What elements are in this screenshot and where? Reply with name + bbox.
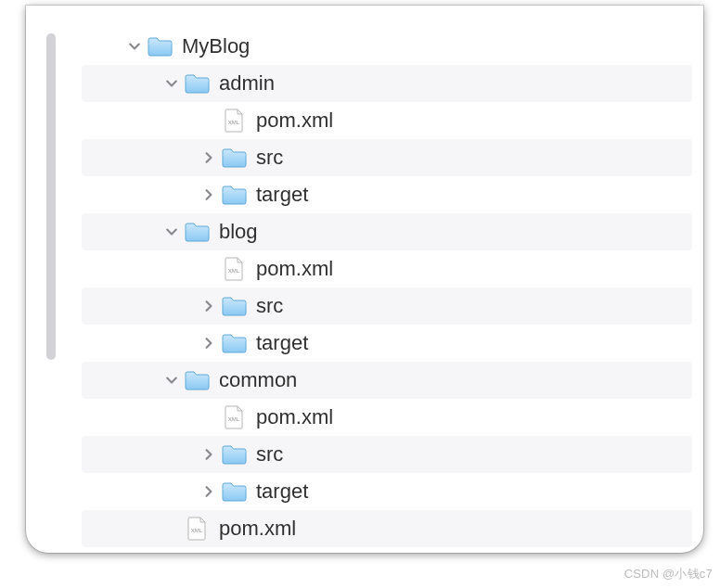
tree-row[interactable]: blog <box>82 213 692 250</box>
tree-item-label: pom.xml <box>256 405 333 429</box>
tree-item-label: src <box>256 442 283 467</box>
tree-row[interactable]: target <box>82 473 692 510</box>
chevron-down-icon[interactable] <box>163 224 180 240</box>
file-tree-panel: MyBlogadminXMLpom.xmlsrctargetblogXMLpom… <box>26 6 703 553</box>
scrollbar[interactable] <box>46 33 56 360</box>
file-tree: MyBlogadminXMLpom.xmlsrctargetblogXMLpom… <box>82 28 692 547</box>
svg-text:XML: XML <box>228 268 240 274</box>
tree-item-label: common <box>219 368 297 392</box>
tree-item-label: src <box>256 146 283 170</box>
chevron-right-icon[interactable] <box>200 335 217 352</box>
chevron-down-icon[interactable] <box>163 372 180 389</box>
tree-item-label: pom.xml <box>256 257 333 281</box>
tree-item-label: src <box>256 294 283 318</box>
tree-item-label: target <box>256 183 308 207</box>
tree-row[interactable]: admin <box>82 65 692 102</box>
tree-row[interactable]: src <box>82 436 692 473</box>
chevron-right-icon[interactable] <box>200 149 217 166</box>
tree-item-label: target <box>256 479 308 504</box>
folder-icon <box>221 182 247 208</box>
svg-text:XML: XML <box>228 120 240 125</box>
folder-icon <box>147 33 173 59</box>
xml-file-icon: XML <box>221 256 247 282</box>
xml-file-icon: XML <box>184 516 210 542</box>
xml-file-icon: XML <box>221 108 247 134</box>
tree-row[interactable]: target <box>82 176 692 213</box>
folder-icon <box>221 145 247 171</box>
folder-icon <box>184 70 210 96</box>
tree-row[interactable]: XMLpom.xml <box>82 510 692 547</box>
tree-item-label: admin <box>219 71 275 96</box>
tree-row[interactable]: MyBlog <box>82 28 692 65</box>
svg-text:XML: XML <box>228 416 240 422</box>
chevron-down-icon[interactable] <box>126 38 143 55</box>
tree-row[interactable]: XMLpom.xml <box>82 250 692 288</box>
chevron-right-icon[interactable] <box>200 483 217 500</box>
chevron-right-icon[interactable] <box>200 186 217 203</box>
folder-icon <box>221 293 247 319</box>
tree-item-label: pom.xml <box>219 517 296 541</box>
watermark: CSDN @小钱c7 <box>624 566 713 582</box>
tree-row[interactable]: common <box>82 362 692 399</box>
folder-icon <box>184 367 210 393</box>
folder-icon <box>221 479 247 505</box>
tree-row[interactable]: src <box>82 288 692 325</box>
tree-item-label: MyBlog <box>182 34 250 58</box>
folder-icon <box>221 441 247 467</box>
tree-item-label: target <box>256 331 308 355</box>
chevron-right-icon[interactable] <box>200 446 217 463</box>
folder-icon <box>221 330 247 356</box>
tree-row[interactable]: XMLpom.xml <box>82 399 692 436</box>
svg-text:XML: XML <box>191 528 203 533</box>
tree-item-label: pom.xml <box>256 109 333 133</box>
tree-row[interactable]: src <box>82 139 692 176</box>
chevron-down-icon[interactable] <box>163 75 180 92</box>
chevron-right-icon[interactable] <box>200 298 217 314</box>
folder-icon <box>184 219 210 245</box>
tree-row[interactable]: XMLpom.xml <box>82 102 692 139</box>
xml-file-icon: XML <box>221 404 247 430</box>
tree-row[interactable]: target <box>82 325 692 362</box>
tree-item-label: blog <box>219 220 258 244</box>
